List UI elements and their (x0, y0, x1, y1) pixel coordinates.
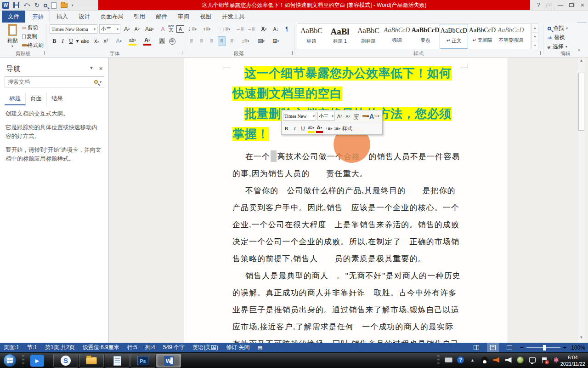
nav-tab-pages[interactable]: 页面 (26, 93, 47, 105)
mini-font-color-button[interactable]: A▾ (316, 124, 323, 133)
strikethrough-button[interactable]: abc (81, 36, 89, 46)
tab-mailings[interactable]: 邮件 (150, 11, 173, 23)
print-preview-button[interactable] (44, 4, 47, 7)
ribbon-display-options-button[interactable]: ^ (544, 0, 555, 10)
nav-tab-results[interactable]: 结果 (47, 93, 68, 105)
styles-scroll-up[interactable]: ▲ (532, 24, 538, 33)
tray-handle[interactable] (437, 355, 440, 366)
mini-pinyin-button[interactable]: wén文 (353, 112, 360, 121)
line-spacing-button[interactable]: ↕≡▾ (242, 36, 249, 46)
highlight-color-button[interactable]: ab▾ (129, 36, 136, 46)
font-size-combo[interactable]: 小三▾ (99, 24, 120, 34)
close-button[interactable]: × (577, 0, 588, 10)
change-case-button[interactable]: Aa▾ (145, 24, 154, 34)
clear-formatting-button[interactable]: A (159, 24, 167, 34)
styles-dialog-launcher[interactable] (537, 51, 541, 55)
restore-button[interactable] (566, 0, 577, 10)
nav-tab-headings[interactable]: 标题 (5, 93, 26, 105)
replace-button[interactable]: ab替换 (548, 34, 565, 41)
web-layout-button[interactable] (503, 343, 515, 352)
mini-bold-button[interactable]: B (283, 124, 290, 133)
underline-dropdown[interactable]: ▾ (74, 36, 81, 46)
character-border-button[interactable]: A (176, 25, 184, 33)
increase-indent-button[interactable]: →≡ (247, 24, 255, 34)
document-page[interactable]: 这一个细节暴露您办公效率低下！如何快速删文档里的空白 批量删除文档空格最快的方法… (184, 58, 508, 343)
style-title[interactable]: AaBbC标题 (297, 24, 326, 49)
status-page-count[interactable]: 第1页,共2页 (45, 344, 75, 351)
tab-review[interactable]: 审阅 (172, 11, 195, 23)
mini-format-painter-button[interactable] (361, 112, 368, 121)
read-mode-button[interactable] (470, 343, 482, 352)
mini-shrink-font-button[interactable]: A˅ (345, 112, 351, 121)
paste-button[interactable]: 粘贴 ▾ (3, 24, 22, 48)
scrollbar-thumb[interactable] (578, 73, 584, 131)
vertical-scrollbar[interactable]: ▲ ▼ (577, 58, 585, 343)
style-subtitle[interactable]: AaBbC副标题 (354, 24, 383, 49)
shading-button[interactable]: ▾ (257, 36, 265, 46)
align-right-button[interactable]: ≡ (208, 36, 215, 46)
taskbar-sogou-browser-button[interactable]: S (53, 354, 78, 368)
tab-developer[interactable]: 开发工具 (216, 11, 251, 23)
taskbar-handle[interactable] (22, 355, 24, 366)
audio-device-icon[interactable] (492, 356, 500, 364)
cut-button[interactable]: ✂剪切 (22, 24, 38, 31)
select-button[interactable]: ▶选择▾ (548, 43, 567, 51)
align-left-button[interactable]: ≡ (187, 36, 195, 46)
taskbar-clock[interactable]: 6:04 2021/11/22 (560, 354, 585, 367)
numbering-button[interactable]: 1≡▾ (203, 24, 211, 34)
taskbar-notepad-button[interactable] (105, 354, 130, 368)
pinyin-guide-button[interactable]: wén文 (167, 23, 175, 33)
bullets-button[interactable]: ⋮≡▾ (187, 24, 197, 34)
grow-font-button[interactable]: A˄ (123, 24, 131, 34)
qq-icon[interactable] (481, 356, 488, 364)
find-button[interactable]: 查找▾ (548, 24, 568, 32)
redo-button[interactable]: ↻ (34, 2, 40, 9)
mini-italic-button[interactable]: I (291, 124, 298, 133)
character-shading-button[interactable]: A (158, 36, 166, 46)
tab-design[interactable]: 设计 (73, 11, 96, 23)
font-dialog-launcher[interactable] (178, 51, 182, 55)
tab-page-layout[interactable]: 页面布局 (95, 11, 130, 23)
mini-grow-font-button[interactable]: A˄ (336, 112, 343, 121)
mini-styles-button[interactable]: A✎▾ (369, 112, 379, 121)
tab-view[interactable]: 视图 (194, 11, 217, 23)
sort-button[interactable]: A↓ (272, 24, 280, 34)
subscript-button[interactable]: x₂ (93, 36, 101, 46)
align-center-button[interactable]: ≡ (198, 36, 205, 46)
style-subtle-emphasis[interactable]: AaBbCcD不明显强调 (497, 24, 525, 49)
paste-dropdown[interactable]: ▾ (3, 44, 22, 48)
mini-bullets-button[interactable]: ⋮≡▾ (324, 124, 333, 133)
pane-options-dropdown[interactable]: ▾ (90, 64, 93, 71)
zoom-out-button[interactable]: − (520, 344, 524, 351)
justify-button[interactable]: ≡ (218, 36, 226, 46)
status-word-count[interactable]: 549 个字 (163, 344, 185, 351)
search-input[interactable] (5, 79, 94, 85)
superscript-button[interactable]: x² (102, 36, 110, 46)
collapse-ribbon-button[interactable]: ^ (578, 49, 580, 54)
style-keypoints[interactable]: AaBbCcD要点 (411, 24, 440, 49)
font-name-combo[interactable]: Times New Roma▾ (50, 24, 97, 34)
style-heading1[interactable]: AaBl标题 1 (326, 24, 354, 49)
italic-button[interactable]: I (59, 36, 67, 46)
print-layout-button[interactable] (487, 343, 499, 352)
minimize-button[interactable]: — (555, 0, 566, 10)
mini-highlight-button[interactable]: ab▾ (308, 124, 315, 133)
search-icon[interactable] (94, 80, 98, 84)
tab-home[interactable]: 开始 (26, 11, 50, 23)
taskbar-explorer-button[interactable] (79, 354, 104, 368)
taskbar-media-player-icon[interactable]: ▶ (30, 355, 44, 367)
shrink-font-button[interactable]: A˅ (133, 24, 141, 34)
status-position[interactable]: 设置值:6.9厘米 (83, 344, 119, 351)
tab-file[interactable]: 文件 (2, 11, 25, 23)
paragraph-dialog-launcher[interactable] (288, 51, 293, 55)
new-document-button[interactable] (51, 2, 57, 9)
help-tray-icon[interactable]: ? (457, 356, 464, 364)
status-column[interactable]: 列:4 (145, 344, 155, 351)
scroll-down-button[interactable]: ▼ (578, 335, 585, 342)
styles-scroll-down[interactable]: ▼ (532, 33, 538, 41)
undo-button[interactable]: ↶▾ (23, 2, 30, 9)
zoom-in-button[interactable]: + (563, 344, 567, 351)
pane-close-icon[interactable]: × (99, 64, 103, 72)
zoom-level[interactable]: 100% (571, 345, 585, 351)
multilevel-list-button[interactable]: ⋮⋮≡▾ (219, 24, 230, 34)
